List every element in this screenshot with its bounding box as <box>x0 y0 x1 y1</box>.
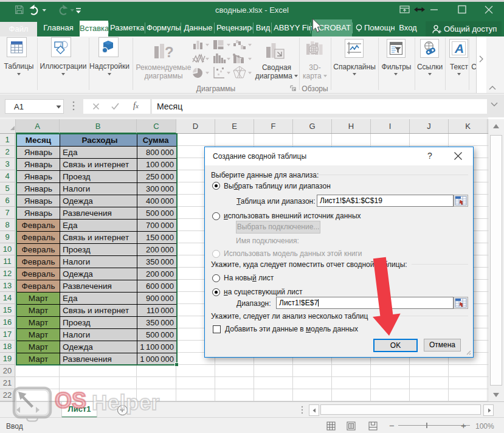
svg-text:?: ? <box>165 44 174 60</box>
svg-text:A: A <box>454 41 464 55</box>
